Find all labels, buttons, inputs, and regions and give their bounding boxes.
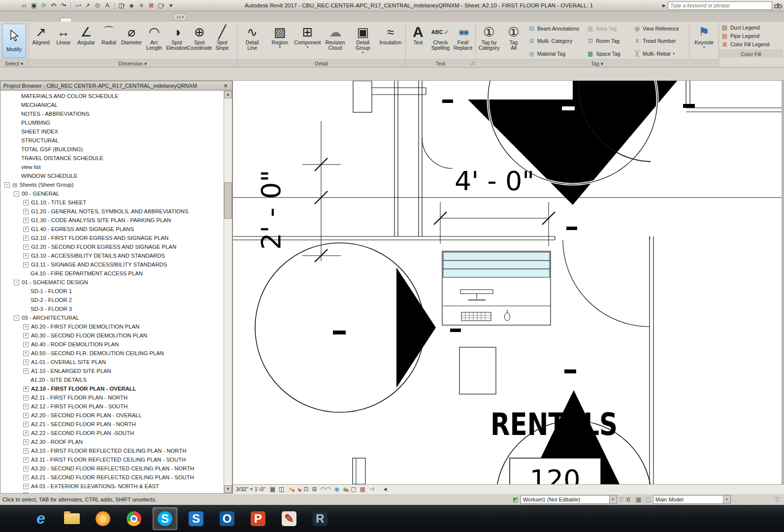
tree-item-sheet-folder[interactable]: − 00 - GENERAL: [0, 189, 224, 198]
search-input[interactable]: [668, 1, 772, 10]
tab-structure[interactable]: [28, 18, 38, 22]
multi-category-button[interactable]: ①Multi- Category: [528, 37, 583, 45]
ribbon-display-toggle[interactable]: ▭▾: [173, 13, 187, 21]
area-tag-button[interactable]: ▦Area Tag: [587, 24, 629, 33]
tree-item-sheet[interactable]: + A0.20 - FIRST FLOOR DEMOLITION PLAN: [0, 322, 224, 331]
selection-filter-icon[interactable]: ▽: [775, 496, 780, 503]
tread-number-button[interactable]: ≡Tread Number▾: [633, 37, 686, 45]
detail-level-icon[interactable]: ▦✕: [270, 486, 275, 492]
tab-modify[interactable]: [159, 18, 169, 22]
tree-item-sheet[interactable]: + G1.10 - TITLE SHEET: [0, 198, 224, 207]
visual-style-icon[interactable]: ◫✕: [279, 486, 284, 492]
switch-windows-icon[interactable]: ▢▾: [157, 1, 165, 10]
taskbar-outlook[interactable]: O: [215, 507, 239, 530]
tab-add-ins[interactable]: [126, 18, 137, 22]
find-replace-button[interactable]: ◉◉ Find/Replace: [452, 23, 474, 59]
taskbar-media-app[interactable]: [91, 507, 115, 530]
tree-item-schedule[interactable]: MATERIALS AND COLOR SCHEDULE: [0, 92, 224, 100]
view-scale[interactable]: 3/32" = 1'-0": [236, 486, 265, 492]
pipe-legend-button[interactable]: ▤Pipe Legend: [721, 32, 781, 40]
material-tag-button[interactable]: ◎Material Tag: [528, 49, 583, 58]
tree-item-schedule[interactable]: MECHANICAL: [0, 100, 224, 109]
modify-button[interactable]: Modify: [2, 24, 26, 58]
open-icon[interactable]: ▱▾: [20, 1, 29, 10]
tree-item-sheet[interactable]: + A0.50 - SECOND FLR. DEMOLITION CEILING…: [0, 349, 224, 358]
tree-item-sheet[interactable]: + G2.10 - FIRST FLOOR EGRESS AND SIGNAGE…: [0, 233, 224, 242]
close-hidden-windows-icon[interactable]: ⊠▾: [147, 1, 156, 10]
scrollbar-thumb[interactable]: [224, 182, 232, 219]
dimension-text-vertical[interactable]: 2' - 0": [256, 170, 287, 250]
active-workset-select[interactable]: Workset1 (Not Editable) ▾: [521, 495, 617, 504]
revision-cloud-button[interactable]: ☁ RevisionCloud ▾: [322, 23, 349, 59]
tree-item-sheet[interactable]: + A3.11 - FIRST FLOOR REFLECTED CEILING …: [0, 455, 224, 464]
tree-item-sheet[interactable]: + A3.20 - SECOND FLOOR REFLECTED CEILING…: [0, 464, 224, 473]
tab-collaborate[interactable]: [94, 18, 104, 22]
taskbar-sketchup[interactable]: ✎: [277, 507, 301, 530]
tab-insert[interactable]: [49, 18, 60, 22]
editable-only-icon[interactable]: ▦: [636, 496, 641, 503]
default-3d-view-icon[interactable]: ◫▾: [117, 1, 126, 10]
taskbar-file-explorer[interactable]: [60, 507, 84, 530]
space-tag-button[interactable]: ▩Space Tag: [587, 49, 629, 58]
tree-item-sheet[interactable]: SD-2 - FLOOR 2: [0, 296, 224, 304]
tree-item-sheet[interactable]: + A2.10 - FIRST FLOOR PLAN - OVERALL: [0, 384, 224, 393]
text-icon[interactable]: A▾: [103, 1, 112, 10]
detail-group-button[interactable]: ▣ DetailGroup ▾: [350, 23, 376, 59]
insulation-button[interactable]: ≈ Insulation ▾: [377, 23, 404, 59]
tree-item-schedule[interactable]: view list: [0, 163, 224, 171]
panel-label-dimension[interactable]: Dimension ▾: [29, 59, 237, 67]
spot-slope-button[interactable]: ╱ SpotSlope ▾: [211, 23, 233, 59]
tree-item-sheet[interactable]: + G1.30 - CODE ANALYSIS SITE PLAN - PARK…: [0, 216, 224, 225]
sun-path-icon[interactable]: ☀✕: [288, 486, 293, 492]
panel-label-select[interactable]: Select ▾: [0, 59, 28, 67]
tree-item-sheet[interactable]: SD-1 - FLOOR 1: [0, 287, 224, 296]
infocenter-collapse-icon[interactable]: ▶: [662, 3, 666, 8]
tree-item-sheet[interactable]: SD-3 - FLOOR 3: [0, 304, 224, 313]
search-icon[interactable]: [774, 2, 782, 8]
section-icon[interactable]: ◈▾: [127, 1, 136, 10]
angular-dimension-button[interactable]: ∠ Angular ▾: [75, 23, 98, 59]
room-tag-button[interactable]: ⊡Room Tag: [587, 37, 629, 45]
aligned-dimension-button[interactable]: ↗ Aligned ▾: [30, 23, 52, 59]
crop-view-icon[interactable]: ⊡✕: [303, 486, 308, 492]
close-icon[interactable]: ✕: [222, 83, 229, 89]
taskbar-skype[interactable]: S: [153, 507, 177, 530]
taskbar-revit[interactable]: R: [308, 507, 332, 530]
taskbar-internet-explorer[interactable]: e: [29, 507, 53, 530]
tree-item-schedule[interactable]: TRAVEL DISTANCE SCHEDULE: [0, 154, 224, 163]
panel-label-tag[interactable]: Tag ▾: [476, 59, 719, 67]
tree-item-sheet[interactable]: + A2.12 - FIRST FLOOR PLAN - SOUTH: [0, 402, 224, 411]
tree-item-schedule[interactable]: TOTAL GSF (BUILDING): [0, 145, 224, 154]
tree-item-sheet-folder[interactable]: − 03 - ARCHITECTURAL: [0, 313, 224, 322]
tree-item-schedule[interactable]: PLUMBING: [0, 118, 224, 127]
taskbar-skype-business[interactable]: S: [184, 507, 208, 530]
project-browser-title[interactable]: Project Browser - CBU_REC CENTER-APC_R17…: [0, 81, 232, 91]
text-button[interactable]: A Text: [407, 23, 429, 59]
tree-item-sheet[interactable]: + G1.20 - GENERAL NOTES, SYMBOLS, AND AB…: [0, 207, 224, 216]
tree-item-sheet[interactable]: G4.10 - FIRE DEPARTMENT ACCESS PLAN: [0, 269, 224, 278]
beam-annotations-button[interactable]: ⊟Beam Annotations: [528, 24, 583, 33]
measure-icon[interactable]: ⇔▾: [73, 1, 82, 10]
tree-item-sheet[interactable]: A1.20 - SITE DETAILS: [0, 375, 224, 384]
panel-label-text[interactable]: Text◿: [406, 59, 475, 67]
tree-item-sheet[interactable]: + G3.11 - SIGNAGE AND ACCESSIBILITY STAN…: [0, 260, 224, 269]
tree-item-sheet[interactable]: + A2.21 - SECOND FLOOR PLAN - NORTH: [0, 420, 224, 429]
tree-item-sheets-group[interactable]: − ▤ Sheets (Sheet Group): [0, 180, 224, 189]
undo-icon[interactable]: ↶▾: [49, 1, 58, 10]
taskbar-powerpoint[interactable]: P: [246, 507, 270, 530]
browser-scrollbar[interactable]: ▲ ▼: [224, 91, 232, 493]
crop-region-visibility-icon[interactable]: ⊞✕: [312, 486, 317, 492]
temporary-view-properties-icon[interactable]: ▢✕: [351, 486, 356, 492]
region-button[interactable]: ▨ Region ▾: [266, 23, 293, 59]
thin-lines-icon[interactable]: ≡▾: [137, 1, 146, 10]
multi-rebar-button[interactable]: ╳Multi- Rebar▾: [633, 49, 686, 58]
qat-separator[interactable]: [70, 2, 71, 9]
design-option-select[interactable]: Main Model ▾: [653, 495, 731, 504]
tree-item-sheet[interactable]: + A1.10 - ENLARGED SITE PLAN: [0, 366, 224, 375]
room-number-text[interactable]: 120: [529, 464, 580, 484]
tree-item-schedule[interactable]: STRUCTURAL: [0, 136, 224, 145]
redo-icon[interactable]: ↷▾: [59, 1, 68, 10]
tree-item-sheet[interactable]: + A0.30 - SECOND FLOOR DEMOLITION PLAN: [0, 331, 224, 340]
spot-elevation-button[interactable]: ◑ SpotElevation ▾: [165, 23, 188, 59]
aligned-dimension-icon[interactable]: ↗▾: [83, 1, 92, 10]
